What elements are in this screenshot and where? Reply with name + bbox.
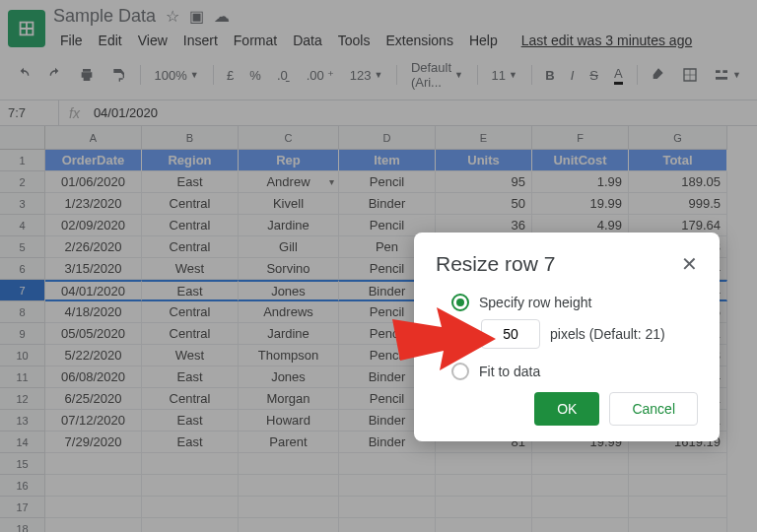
close-icon[interactable]: ✕	[681, 252, 698, 276]
radio-specify-height[interactable]	[451, 294, 469, 311]
cancel-button[interactable]: Cancel	[609, 392, 698, 426]
row-height-input[interactable]	[481, 319, 540, 349]
ok-button[interactable]: OK	[534, 392, 599, 426]
radio-fit-data[interactable]	[451, 363, 469, 380]
radio-fit-label: Fit to data	[479, 364, 540, 379]
resize-row-dialog: Resize row 7 ✕ Specify row height pixels…	[414, 233, 720, 441]
dialog-title: Resize row 7	[436, 252, 555, 276]
radio-specify-label: Specify row height	[479, 295, 591, 310]
pixels-suffix-label: pixels (Default: 21)	[550, 326, 665, 342]
